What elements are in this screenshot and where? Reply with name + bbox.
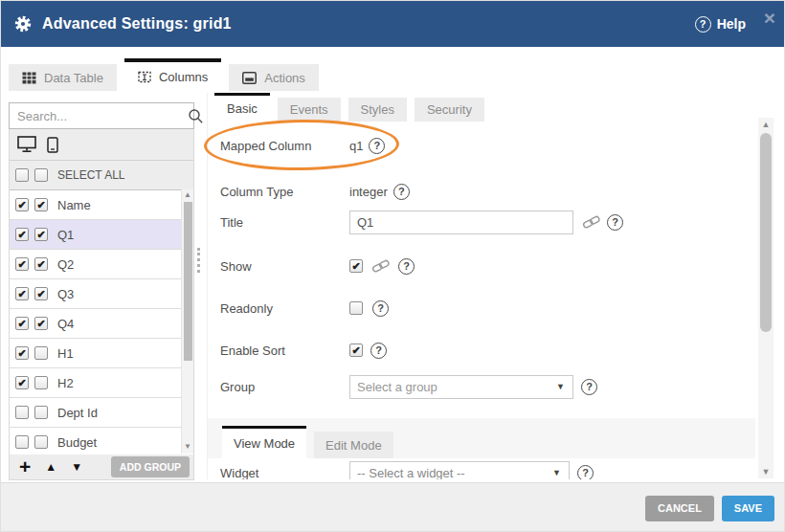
desktop-checkbox[interactable] [15, 435, 29, 449]
cancel-button[interactable]: CANCEL [645, 496, 714, 521]
gear-icon [13, 14, 33, 33]
actions-icon [242, 72, 257, 84]
mobile-checkbox[interactable]: ✔ [34, 257, 48, 271]
desktop-checkbox[interactable]: ✔ [15, 287, 29, 300]
widget-help-icon[interactable]: ? [577, 465, 594, 480]
move-down-icon[interactable]: ▼ [71, 460, 82, 474]
mobile-checkbox[interactable]: ✔ [34, 228, 48, 241]
select-all-label: SELECT ALL [57, 168, 125, 182]
tab-styles[interactable]: Styles [348, 98, 407, 122]
list-item[interactable]: ✔✔Name [10, 190, 193, 220]
tab-basic[interactable]: Basic [214, 93, 270, 122]
tab-columns[interactable]: Columns [124, 58, 221, 91]
tab-edit-mode-label: Edit Mode [325, 438, 382, 453]
dialog-header: Advanced Settings: grid1 ? Help × [1, 1, 784, 47]
help-button[interactable]: ? Help [695, 1, 746, 47]
desktop-checkbox[interactable]: ✔ [15, 228, 29, 241]
move-up-icon[interactable]: ▲ [45, 460, 56, 474]
show-checkbox[interactable]: ✔ [349, 259, 363, 273]
desktop-checkbox[interactable] [15, 406, 29, 419]
list-item[interactable]: ✔✔Q1 [10, 220, 193, 250]
show-label: Show [220, 259, 349, 274]
show-help-icon[interactable]: ? [398, 258, 415, 275]
tab-actions[interactable]: Actions [229, 64, 319, 91]
widget-caret-down-icon: ▼ [552, 468, 561, 477]
desktop-checkbox[interactable]: ✔ [15, 376, 29, 389]
widget-select-placeholder: -- Select a widget -- [357, 466, 465, 480]
column-type-help-icon[interactable]: ? [393, 184, 410, 200]
title-input[interactable] [349, 211, 573, 234]
main-scrollbar[interactable]: ▲ ▼ [758, 118, 774, 478]
title-help-icon[interactable]: ? [607, 214, 623, 231]
panel-splitter-handle[interactable] [197, 248, 200, 273]
desktop-checkbox[interactable]: ✔ [15, 346, 29, 360]
tab-basic-label: Basic [227, 101, 258, 116]
list-item[interactable]: Budget [10, 428, 193, 454]
mobile-checkbox[interactable]: ✔ [34, 317, 48, 330]
readonly-checkbox[interactable] [349, 301, 363, 315]
columns-sidebar: SELECT ALL ✔✔Name✔✔Q1✔✔Q2✔✔Q3✔✔Q4✔H1✔H2D… [9, 102, 194, 480]
tab-data-table-label: Data Table [44, 71, 103, 85]
sidebar-scrollbar[interactable]: ▲ ▼ [181, 189, 193, 454]
column-label: H1 [57, 346, 74, 361]
desktop-checkbox[interactable]: ✔ [15, 317, 29, 330]
select-all-row[interactable]: SELECT ALL [10, 161, 193, 190]
tab-columns-label: Columns [159, 70, 208, 84]
column-label: Q1 [57, 228, 74, 242]
add-group-button[interactable]: ADD GROUP [111, 456, 190, 477]
list-item[interactable]: ✔✔Q3 [10, 279, 193, 309]
select-all-mobile-checkbox[interactable] [34, 168, 48, 182]
show-link-icon[interactable] [371, 259, 391, 273]
title-label: Title [220, 215, 349, 230]
sidebar-scrollbar-thumb[interactable] [184, 202, 192, 361]
mobile-checkbox[interactable]: ✔ [34, 198, 48, 211]
main-scrollbar-thumb[interactable] [760, 133, 772, 332]
column-type-label: Column Type [220, 185, 349, 199]
enable-sort-label: Enable Sort [220, 344, 349, 358]
mobile-checkbox[interactable] [34, 406, 48, 419]
main-tabbar: Data Table Columns Actions [9, 58, 319, 91]
tab-data-table[interactable]: Data Table [9, 64, 117, 91]
list-item[interactable]: Dept Id [10, 398, 193, 428]
select-all-desktop-checkbox[interactable] [15, 168, 29, 182]
search-input[interactable] [10, 108, 188, 124]
mobile-icon[interactable] [47, 137, 58, 153]
close-icon[interactable]: × [764, 8, 775, 28]
widget-select[interactable]: -- Select a widget -- ▼ [349, 461, 570, 480]
device-toggle-row [10, 129, 193, 161]
title-row: Title ? [220, 210, 623, 234]
list-item[interactable]: ✔H1 [10, 339, 193, 368]
main-scroll-up-icon[interactable]: ▲ [758, 120, 774, 129]
readonly-help-icon[interactable]: ? [372, 300, 389, 317]
group-label: Group [220, 380, 349, 394]
scroll-up-icon[interactable]: ▲ [182, 190, 193, 199]
tab-security[interactable]: Security [415, 98, 484, 122]
list-item[interactable]: ✔✔Q2 [10, 250, 193, 279]
mobile-checkbox[interactable]: ✔ [34, 287, 48, 300]
tab-events[interactable]: Events [278, 98, 341, 122]
enable-sort-help-icon[interactable]: ? [370, 343, 387, 359]
column-label: Budget [57, 435, 97, 450]
tab-edit-mode[interactable]: Edit Mode [314, 432, 393, 458]
mapped-column-help-icon[interactable]: ? [369, 138, 385, 154]
mobile-checkbox[interactable] [34, 346, 48, 360]
list-item[interactable]: ✔✔Q4 [10, 309, 193, 339]
desktop-checkbox[interactable]: ✔ [15, 257, 29, 271]
add-column-icon[interactable]: + [19, 457, 31, 477]
mobile-checkbox[interactable] [34, 376, 48, 389]
list-item[interactable]: ✔H2 [10, 368, 193, 398]
title-link-icon[interactable] [582, 215, 601, 229]
scroll-down-icon[interactable]: ▼ [182, 442, 193, 451]
tab-view-mode[interactable]: View Mode [222, 426, 306, 458]
desktop-icon[interactable] [17, 136, 37, 153]
save-button[interactable]: SAVE [722, 496, 774, 521]
mobile-checkbox[interactable] [34, 435, 48, 449]
columns-icon [138, 71, 151, 83]
column-list: ✔✔Name✔✔Q1✔✔Q2✔✔Q3✔✔Q4✔H1✔H2Dept IdBudge… [10, 190, 193, 454]
group-select[interactable]: Select a group ▼ [349, 375, 573, 399]
main-scroll-down-icon[interactable]: ▼ [758, 467, 774, 477]
desktop-checkbox[interactable]: ✔ [15, 198, 29, 211]
group-help-icon[interactable]: ? [581, 379, 597, 395]
enable-sort-checkbox[interactable]: ✔ [349, 344, 363, 357]
dialog-footer: CANCEL SAVE [1, 482, 784, 532]
